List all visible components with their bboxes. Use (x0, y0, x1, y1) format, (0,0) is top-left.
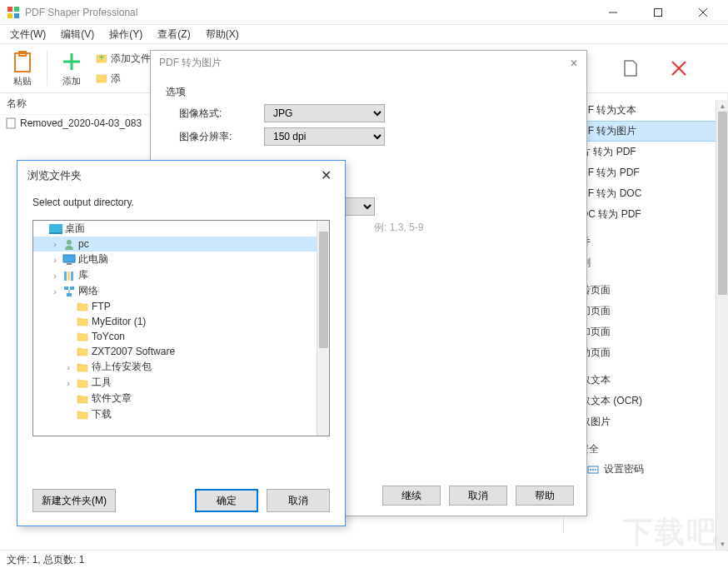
scroll-down-icon[interactable]: ▼ (716, 538, 728, 550)
svg-rect-27 (64, 272, 67, 281)
folder-icon (76, 300, 89, 313)
tree-node-zxt[interactable]: ZXT2007 Software (33, 344, 329, 359)
image-format-label: 图像格式: (179, 107, 254, 121)
library-icon (62, 269, 76, 282)
file-name: Removed_2020-04-03_083 (20, 117, 142, 129)
scroll-thumb[interactable] (718, 112, 727, 295)
action-extract-image[interactable]: 取图片 (564, 411, 721, 432)
svg-rect-28 (67, 272, 70, 281)
action-move-page[interactable]: 动页面 (564, 342, 721, 363)
close-button[interactable] (688, 2, 718, 23)
action-extract-text-ocr[interactable]: 取文本 (OCR) (564, 391, 721, 411)
menu-edit[interactable]: 编辑(V) (54, 26, 101, 43)
folder-icon (76, 330, 89, 343)
cancel-button[interactable]: 取消 (449, 486, 507, 506)
svg-rect-5 (655, 8, 662, 16)
svg-rect-31 (70, 286, 74, 290)
scroll-thumb[interactable] (319, 232, 328, 348)
tree-node-library[interactable]: › 库 (33, 267, 329, 283)
tree-node-desktop[interactable]: 桌面 (33, 221, 329, 237)
tree-node-downloads[interactable]: 下载 (33, 406, 329, 422)
action-rotate-page[interactable]: 转页面 (564, 280, 721, 301)
expand-icon[interactable]: › (50, 286, 60, 296)
action-add-page[interactable]: 加页面 (564, 321, 721, 342)
network-icon (62, 285, 76, 298)
expand-icon[interactable]: › (63, 378, 73, 388)
tree-scrollbar[interactable] (317, 221, 329, 436)
tree-node-ftp[interactable]: FTP (33, 299, 329, 314)
ok-button[interactable]: 确定 (195, 489, 258, 512)
svg-rect-29 (71, 272, 73, 281)
help-button[interactable]: 帮助 (516, 486, 574, 506)
action-image-to-pdf[interactable]: 片 转为 PDF (564, 142, 721, 162)
app-logo-icon (7, 6, 20, 19)
action-pdf-to-pdf[interactable]: DF 转为 PDF (564, 162, 721, 183)
group-security[interactable]: ⌄ 安全 (564, 439, 721, 460)
svg-point-20 (592, 469, 594, 471)
new-folder-button[interactable]: 新建文件夹(M) (32, 489, 116, 512)
svg-rect-23 (49, 232, 62, 234)
svg-rect-32 (67, 293, 72, 296)
action-extract-text[interactable]: 取文本 (564, 370, 721, 391)
svg-rect-0 (7, 7, 12, 12)
clipboard-icon (12, 50, 33, 73)
toolbar-separator (47, 51, 47, 86)
expand-icon[interactable]: › (50, 271, 60, 281)
delete-icon (670, 59, 688, 77)
svg-rect-3 (14, 13, 19, 18)
cancel-button[interactable]: 取消 (267, 489, 330, 512)
menu-view[interactable]: 查看(Z) (151, 26, 197, 43)
folder-icon (76, 361, 89, 374)
action-pdf-to-text[interactable]: DF 转为文本 (564, 100, 721, 121)
tree-node-network[interactable]: › 网络 (33, 283, 329, 299)
svg-point-19 (590, 469, 591, 471)
image-format-select[interactable]: JPG (264, 104, 385, 122)
svg-rect-2 (7, 13, 12, 18)
paste-button[interactable]: 粘贴 (7, 47, 38, 90)
maximize-button[interactable] (643, 2, 673, 23)
folder-icon (96, 72, 107, 84)
minimize-button[interactable] (598, 2, 628, 23)
action-merge[interactable]: 并 (564, 232, 721, 252)
expand-icon[interactable]: › (50, 239, 60, 249)
tree-node-this-pc[interactable]: › 此电脑 (33, 252, 329, 267)
expand-icon[interactable]: › (63, 362, 73, 372)
continue-button[interactable]: 继续 (382, 486, 441, 506)
close-icon[interactable]: ✕ (570, 57, 578, 69)
action-doc-to-pdf[interactable]: OC 转为 PDF (564, 204, 721, 225)
svg-point-21 (595, 469, 596, 471)
computer-icon (62, 253, 76, 267)
folder-tree: 桌面 › pc › 此电脑 › 库 › 网络 FTP (32, 220, 330, 436)
tree-node-tools[interactable]: › 工具 (33, 375, 329, 391)
folder-icon (76, 315, 89, 328)
svg-point-24 (67, 240, 72, 245)
app-title: PDF Shaper Professional (25, 7, 598, 18)
folder-icon (76, 392, 89, 406)
tree-node-articles[interactable]: 软件文章 (33, 391, 329, 406)
plus-icon (61, 50, 82, 73)
expand-icon[interactable]: › (50, 255, 60, 265)
scroll-up-icon[interactable]: ▲ (716, 100, 728, 112)
folder-plus-icon: + (96, 52, 107, 64)
user-icon (62, 237, 76, 251)
tree-node-pc-user[interactable]: › pc (33, 237, 329, 252)
menubar: 文件(W) 编辑(V) 操作(Y) 查看(Z) 帮助(X) (0, 25, 728, 43)
menu-help[interactable]: 帮助(X) (199, 26, 246, 43)
page-icon (621, 59, 640, 77)
menu-action[interactable]: 操作(Y) (102, 26, 149, 43)
scrollbar[interactable]: ▲ ▼ (716, 100, 728, 550)
action-pdf-to-doc[interactable]: DF 转为 DOC (564, 183, 721, 204)
action-split[interactable]: 割 (564, 252, 721, 273)
statusbar: 文件: 1, 总页数: 1 (0, 550, 728, 568)
tree-node-toycon[interactable]: ToYcon (33, 329, 329, 344)
tree-node-myeditor[interactable]: MyEditor (1) (33, 314, 329, 329)
action-pdf-to-image[interactable]: DF 转为图片 (564, 121, 721, 142)
action-crop-page[interactable]: 切页面 (564, 301, 721, 321)
action-set-password[interactable]: 设置密码 (564, 460, 721, 479)
menu-file[interactable]: 文件(W) (3, 26, 52, 43)
svg-rect-26 (67, 263, 72, 265)
dpi-select[interactable]: 150 dpi (264, 127, 385, 146)
add-button[interactable]: 添加 (56, 47, 87, 90)
close-icon[interactable]: ✕ (317, 167, 335, 183)
tree-node-pending[interactable]: › 待上传安装包 (33, 359, 329, 375)
